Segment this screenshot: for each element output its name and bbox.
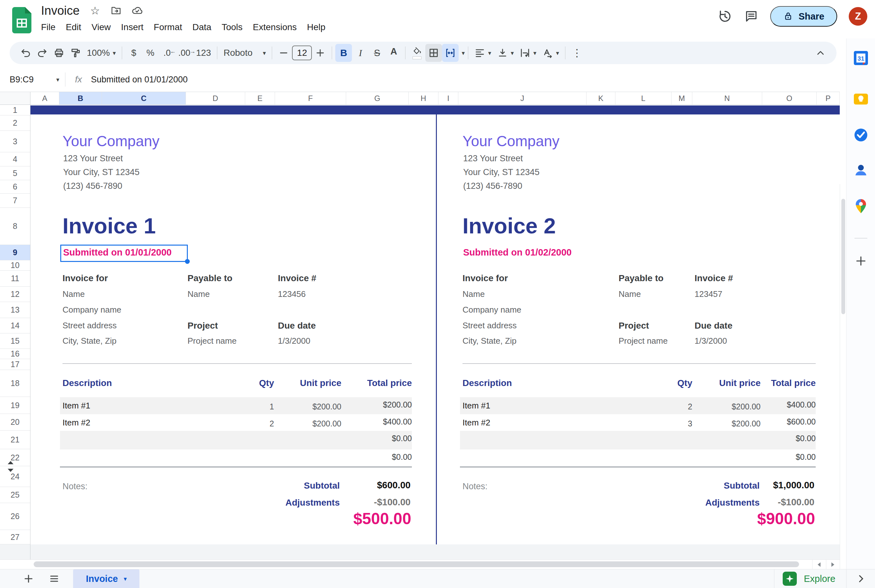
notes-label[interactable]: Notes: [63,482,87,492]
row-header-26[interactable]: 26 [0,503,30,530]
row-header-15[interactable]: 15 [0,333,30,349]
menu-format[interactable]: Format [149,20,187,34]
menu-tools[interactable]: Tools [216,20,247,34]
invoice-number-label[interactable]: Invoice # [695,273,733,284]
invoice-total[interactable]: $500.00 [353,510,411,528]
adjustments-value[interactable]: -$100.00 [374,497,411,507]
payable-name[interactable]: Name [187,289,210,299]
invoice-for-label[interactable]: Invoice for [63,273,108,284]
row-header-5[interactable]: 5 [0,166,30,180]
item-row[interactable]: Item #11$200.00$200.00 [60,397,412,414]
customer-company[interactable]: Company name [463,305,521,315]
column-header-E[interactable]: E [245,92,275,105]
undo-icon[interactable] [17,44,34,62]
menu-extensions[interactable]: Extensions [248,20,302,34]
invoice-number-label[interactable]: Invoice # [278,273,316,284]
italic-button[interactable]: I [352,44,369,62]
column-header-M[interactable]: M [671,92,692,105]
project-name[interactable]: Project name [187,336,237,346]
sheet-cells[interactable]: Your Company 123 Your StreetYour City, S… [30,105,840,560]
due-date-label[interactable]: Due date [278,321,316,331]
adjustments-label[interactable]: Adjustments [285,498,340,508]
bold-button[interactable]: B [335,44,352,62]
fill-color-button[interactable] [409,44,426,62]
keep-icon[interactable] [853,91,869,107]
invoice-for-label[interactable]: Invoice for [463,273,508,284]
due-date[interactable]: 1/3/2000 [695,336,727,346]
company-address[interactable]: 123 Your StreetYour City, ST 12345(123) … [63,152,139,193]
avatar[interactable]: Z [849,7,867,26]
row-header-9[interactable]: 9 [0,245,30,260]
vertical-scrollbar[interactable] [840,184,846,588]
cloud-saved-icon[interactable] [132,5,143,16]
strikethrough-button[interactable]: S [369,44,385,62]
maps-icon[interactable] [853,198,869,214]
customer-name[interactable]: Name [63,289,85,299]
menu-insert[interactable]: Insert [116,20,149,34]
row-header-3[interactable]: 3 [0,131,30,152]
paint-format-icon[interactable] [67,44,84,62]
comments-icon[interactable] [744,9,759,24]
item-row[interactable]: Item #23$200.00$600.00 [460,414,816,431]
column-header-P[interactable]: P [817,92,840,105]
subtotal-label[interactable]: Subtotal [724,481,760,491]
hidden-row-expand-down-icon[interactable] [8,469,13,472]
column-header-I[interactable]: I [439,92,458,105]
row-header-6[interactable]: 6 [0,180,30,194]
company-name[interactable]: Your Company [463,132,560,150]
payable-name[interactable]: Name [619,289,641,299]
row-header-18[interactable]: 18 [0,370,30,397]
column-header-N[interactable]: N [692,92,762,105]
items-table-header[interactable]: Description Qty Unit price Total price [460,378,816,397]
items-table-header[interactable]: Description Qty Unit price Total price [60,378,412,397]
increase-decimal-button[interactable]: .00→ [175,44,193,62]
customer-city[interactable]: City, State, Zip [463,336,517,346]
vertical-align-button[interactable]: ▾ [494,44,517,62]
company-name[interactable]: Your Company [63,132,160,150]
explore-button[interactable]: Explore [774,569,846,588]
text-rotation-button[interactable]: ▾ [539,44,562,62]
project-label[interactable]: Project [619,321,649,331]
row-header-20[interactable]: 20 [0,414,30,430]
currency-format-button[interactable]: $ [125,44,142,62]
submitted-date[interactable]: Submitted on 01/02/2000 [463,247,571,258]
more-toolbar-button[interactable]: ⋮ [569,44,585,62]
menu-help[interactable]: Help [302,20,331,34]
horizontal-scrollbar-thumb[interactable] [34,561,799,567]
row-header-21[interactable]: 21 [0,430,30,449]
redo-icon[interactable] [34,44,51,62]
invoice-title[interactable]: Invoice 2 [463,213,556,238]
row-header-16[interactable]: 16 [0,349,30,359]
adjustments-label[interactable]: Adjustments [705,498,760,508]
row-header-8[interactable]: 8 [0,208,30,245]
vertical-scrollbar-thumb[interactable] [841,199,845,314]
item-row[interactable]: Item #12$200.00$400.00 [460,397,816,414]
row-header-25[interactable]: 25 [0,487,30,503]
zoom-select[interactable]: 100%▾ [84,44,118,62]
select-all-corner[interactable] [0,92,30,105]
row-header-14[interactable]: 14 [0,318,30,333]
move-to-folder-icon[interactable] [110,5,122,16]
tasks-icon[interactable] [853,127,869,143]
subtotal-label[interactable]: Subtotal [304,481,340,491]
company-address[interactable]: 123 Your StreetYour City, ST 12345(123) … [463,152,539,193]
column-header-L[interactable]: L [615,92,671,105]
subtotal-value[interactable]: $1,000.00 [773,480,814,490]
share-button[interactable]: Share [770,6,837,27]
notes-label[interactable]: Notes: [463,482,487,492]
sheet-tab-invoice[interactable]: Invoice▾ [73,569,139,588]
subtotal-value[interactable]: $600.00 [377,480,411,490]
font-select[interactable]: Roboto▾ [220,44,268,62]
decrease-decimal-button[interactable]: .0← [159,44,175,62]
due-date[interactable]: 1/3/2000 [278,336,310,346]
payable-to-label[interactable]: Payable to [187,273,232,284]
add-addon-icon[interactable] [853,253,869,269]
formula-input[interactable]: Submitted on 01/01/2000 [91,75,188,85]
row-header-1[interactable]: 1 [0,105,30,116]
merge-cells-caret[interactable]: ▾ [461,50,465,57]
adjustments-value[interactable]: -$100.00 [778,497,815,507]
row-header-11[interactable]: 11 [0,271,30,286]
horizontal-align-button[interactable]: ▾ [472,44,494,62]
column-header-G[interactable]: G [346,92,409,105]
contacts-icon[interactable] [853,162,869,178]
